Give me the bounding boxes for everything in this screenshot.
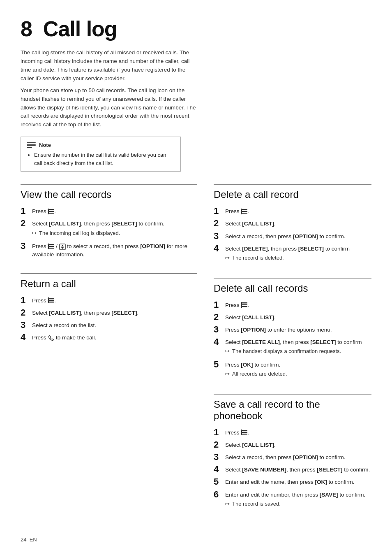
phone-icon (48, 335, 54, 341)
section-delete-all: Delete all call records 1 Press . 2 Sele… (214, 278, 371, 382)
list-icon-2 (48, 244, 54, 249)
nav-icon (59, 244, 66, 250)
svg-marker-9 (61, 245, 64, 246)
section-delete-title: Delete a call record (214, 184, 371, 200)
delete-all-step-5: 5 Press [OK] to confirm. ↦ All records a… (214, 360, 371, 380)
svg-marker-10 (61, 247, 64, 249)
svg-rect-14 (48, 297, 49, 303)
delete-step-3: 3 Select a record, then press [OPTION] t… (214, 231, 371, 241)
delete-all-step-3: 3 Press [OPTION] to enter the options me… (214, 325, 371, 334)
save-step-5: 5 Enter and edit the name, then press [O… (214, 477, 371, 487)
return-step-4: 4 Press to make the call. (21, 332, 197, 342)
section-view: View the call records 1 Press . 2 Select… (21, 184, 197, 261)
return-steps: 1 Press . 2 Select [CALL LIST], then pre… (21, 295, 197, 343)
section-save-title: Save a call record to the phonebook (214, 394, 371, 422)
delete-step-2: 2 Select [CALL LIST]. (214, 218, 371, 228)
intro-section: The call log stores the call history of … (21, 49, 197, 129)
svg-rect-26 (241, 430, 242, 435)
view-step-3: 3 Press / to select a record, then press… (21, 241, 197, 259)
delete-all-steps: 1 Press . 2 Select [CALL LIST]. 3 Press … (214, 300, 371, 380)
section-return-title: Return a call (21, 273, 197, 290)
delete-all-step-5-result: ↦ All records are deleted. (225, 370, 371, 378)
view-step-2: 2 Select [CALL LIST], then press [SELECT… (21, 218, 197, 239)
delete-step-1: 1 Press . (214, 206, 371, 216)
save-step-2: 2 Select [CALL LIST]. (214, 440, 371, 450)
note-label: Note (39, 142, 51, 148)
note-list: Ensure the number in the call list is va… (27, 151, 175, 167)
section-return: Return a call 1 Press . 2 Select [CALL L… (21, 273, 197, 345)
page-lang: EN (30, 536, 37, 543)
intro-para-1: The call log stores the call history of … (21, 49, 197, 83)
list-icon-5 (241, 302, 247, 308)
return-step-2: 2 Select [CALL LIST], then press [SELECT… (21, 308, 197, 318)
save-steps: 1 Press . 2 Select [CALL LIST]. 3 Select… (214, 427, 371, 510)
section-save: Save a call record to the phonebook 1 Pr… (214, 394, 371, 512)
page-title: 8 Call log (21, 16, 371, 41)
footer: 24 EN (21, 536, 37, 543)
note-box: Note Ensure the number in the call list … (21, 137, 181, 172)
section-delete: Delete a call record 1 Press . 2 Select … (214, 184, 371, 266)
save-step-4: 4 Select [SAVE NUMBER], then press [SELE… (214, 464, 371, 474)
delete-all-step-4-result: ↦ The handset displays a confirmation re… (225, 347, 371, 355)
page-number: 24 (21, 536, 26, 543)
view-steps: 1 Press . 2 Select [CALL LIST], then pre… (21, 206, 197, 259)
save-step-6: 6 Enter and edit the number, then press … (214, 490, 371, 510)
svg-rect-18 (241, 209, 242, 214)
note-header: Note (27, 141, 175, 149)
delete-step-4-result: ↦ The record is deleted. (225, 254, 371, 262)
svg-rect-3 (48, 209, 49, 214)
note-item: Ensure the number in the call list is va… (34, 151, 175, 167)
save-step-6-result: ↦ The record is saved. (225, 500, 371, 508)
save-step-3: 3 Select a record, then press [OPTION] t… (214, 452, 371, 462)
svg-rect-22 (241, 302, 242, 308)
delete-step-4: 4 Select [DELETE], then press [SELECT] t… (214, 244, 371, 264)
list-icon-4 (241, 209, 247, 214)
delete-all-step-4: 4 Select [DELETE ALL], then press [SELEC… (214, 337, 371, 357)
return-step-1: 1 Press . (21, 295, 197, 305)
return-step-3: 3 Select a record on the list. (21, 320, 197, 330)
list-icon-6 (241, 430, 247, 435)
list-icon (48, 209, 54, 214)
section-delete-all-title: Delete all call records (214, 278, 371, 294)
note-icon (27, 141, 36, 149)
section-view-title: View the call records (21, 184, 197, 200)
view-step-1: 1 Press . (21, 206, 197, 216)
intro-para-2: Your phone can store up to 50 call recor… (21, 86, 197, 130)
save-step-1: 1 Press . (214, 427, 371, 437)
delete-steps: 1 Press . 2 Select [CALL LIST]. 3 Select… (214, 206, 371, 263)
delete-all-step-2: 2 Select [CALL LIST]. (214, 312, 371, 322)
list-icon-3 (48, 297, 54, 303)
delete-all-step-1: 1 Press . (214, 300, 371, 310)
view-step-2-result: ↦ The incoming call log is displayed. (32, 229, 197, 237)
svg-rect-7 (48, 244, 49, 249)
